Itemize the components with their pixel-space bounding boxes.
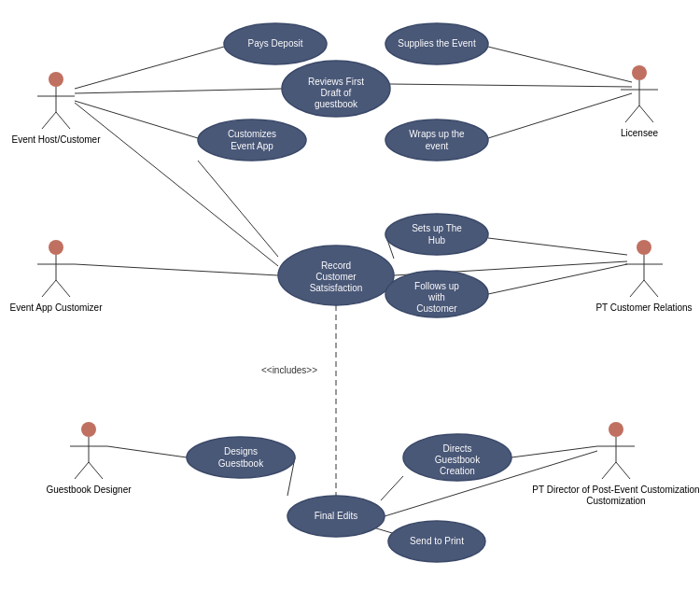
actor-guestbook-designer: Guestbook Designer bbox=[46, 422, 132, 495]
svg-text:guestbook: guestbook bbox=[315, 99, 358, 109]
actor-guestbook-designer-label: Guestbook Designer bbox=[46, 485, 132, 495]
svg-line-29 bbox=[602, 462, 616, 479]
svg-point-26 bbox=[609, 422, 623, 437]
line-ptdir-directs bbox=[511, 446, 597, 457]
svg-text:Customer: Customer bbox=[416, 303, 457, 314]
usecase-supplies-event-label: Supplies the Event bbox=[398, 38, 476, 49]
svg-text:event: event bbox=[426, 141, 449, 151]
svg-point-21 bbox=[81, 422, 96, 437]
usecase-send-to-print-label: Send to Print bbox=[410, 536, 464, 546]
actor-pt-director-label2: Customization bbox=[586, 496, 645, 506]
svg-text:Customizes: Customizes bbox=[228, 129, 276, 139]
usecase-reviews-draft-label: Reviews First bbox=[308, 77, 364, 87]
svg-line-20 bbox=[644, 280, 658, 297]
actor-event-app-label: Event App Customizer bbox=[10, 302, 104, 313]
actor-event-host: Event Host/Customer bbox=[11, 72, 101, 145]
svg-text:with: with bbox=[427, 292, 445, 302]
svg-text:Follows up: Follows up bbox=[414, 281, 459, 291]
svg-text:Hub: Hub bbox=[428, 235, 446, 246]
svg-line-25 bbox=[89, 462, 103, 479]
line-host-reviews bbox=[75, 89, 282, 93]
line-licensee-supplies bbox=[488, 47, 632, 82]
line-host-customizes bbox=[75, 101, 198, 138]
svg-text:Wraps up the: Wraps up the bbox=[409, 129, 465, 139]
actor-event-host-label: Event Host/Customer bbox=[11, 134, 101, 145]
line-ptrel-sets bbox=[488, 238, 627, 255]
line-directs-final bbox=[381, 476, 403, 500]
actor-pt-director: PT Director of Post-Event Customization … bbox=[532, 422, 699, 506]
svg-text:Sets up The: Sets up The bbox=[412, 223, 462, 233]
svg-line-5 bbox=[56, 112, 70, 129]
svg-point-1 bbox=[49, 72, 63, 87]
svg-point-6 bbox=[632, 65, 647, 80]
usecase-final-edits-label: Final Edits bbox=[315, 511, 358, 521]
actor-licensee: Licensee bbox=[621, 65, 658, 138]
includes-label: <<includes>> bbox=[261, 365, 317, 375]
svg-text:Event App: Event App bbox=[231, 141, 273, 151]
svg-line-4 bbox=[42, 112, 56, 129]
svg-text:Satsisfaction: Satsisfaction bbox=[310, 283, 363, 293]
svg-text:Draft of: Draft of bbox=[321, 88, 352, 98]
line-licensee-reviews bbox=[390, 84, 632, 87]
svg-text:Customer: Customer bbox=[315, 272, 357, 282]
line-host-pays bbox=[75, 47, 224, 89]
svg-line-24 bbox=[75, 462, 89, 479]
svg-text:Designs: Designs bbox=[224, 446, 258, 457]
svg-text:Record: Record bbox=[321, 260, 351, 271]
actor-pt-relations-label: PT Customer Relations bbox=[595, 302, 692, 313]
svg-text:Creation: Creation bbox=[440, 466, 475, 476]
diagram-canvas: Event Host/Customer Licensee Event App C… bbox=[0, 0, 700, 590]
line-designer-designs bbox=[107, 446, 187, 457]
svg-line-30 bbox=[616, 462, 630, 479]
svg-text:Directs: Directs bbox=[442, 443, 471, 454]
actor-pt-relations: PT Customer Relations bbox=[595, 240, 692, 313]
svg-point-16 bbox=[637, 240, 651, 255]
line-licensee-wraps bbox=[488, 93, 632, 138]
svg-line-15 bbox=[56, 280, 70, 297]
line-customizes-record bbox=[198, 161, 278, 257]
actor-licensee-label: Licensee bbox=[621, 128, 658, 138]
actor-event-app: Event App Customizer bbox=[10, 240, 104, 313]
actor-pt-director-label: PT Director of Post-Event Customization bbox=[532, 485, 699, 495]
svg-line-10 bbox=[639, 105, 653, 122]
svg-line-14 bbox=[42, 280, 56, 297]
usecase-pays-deposit-label: Pays Deposit bbox=[248, 38, 303, 49]
svg-point-11 bbox=[49, 240, 63, 255]
svg-line-9 bbox=[625, 105, 639, 122]
svg-line-19 bbox=[630, 280, 644, 297]
svg-text:Guestbook: Guestbook bbox=[218, 458, 264, 469]
line-app-record bbox=[75, 264, 278, 275]
svg-text:Guestbook: Guestbook bbox=[435, 455, 481, 465]
